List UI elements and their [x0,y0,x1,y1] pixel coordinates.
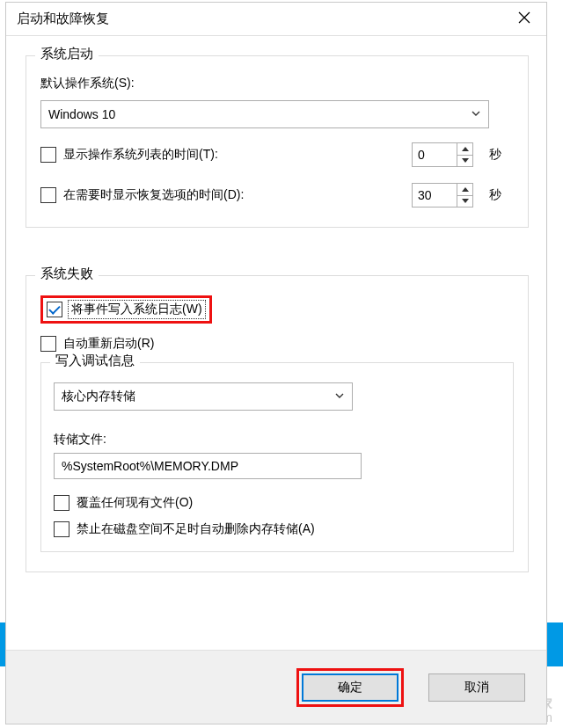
debug-info-legend: 写入调试信息 [50,353,140,369]
disable-autodelete-label: 禁止在磁盘空间不足时自动删除内存转储(A) [77,521,315,537]
cancel-button[interactable]: 取消 [428,673,525,702]
overwrite-checkbox[interactable] [54,495,69,511]
system-startup-legend: 系统启动 [35,46,99,62]
show-os-list-label: 显示操作系统列表的时间(T): [63,147,218,163]
show-recovery-label: 在需要时显示恢复选项的时间(D): [63,187,244,203]
system-startup-group: 系统启动 默认操作系统(S): Windows 10 显示操作系统列表的时间(T… [26,55,529,228]
show-os-list-checkbox[interactable] [40,147,56,163]
spin-up-icon[interactable] [457,184,472,196]
show-recovery-checkbox[interactable] [40,187,56,203]
spin-up-icon[interactable] [457,143,472,156]
default-os-label: 默认操作系统(S): [40,76,135,91]
dump-type-select[interactable]: 核心内存转储 [54,382,353,411]
dump-type-value: 核心内存转储 [62,389,135,404]
system-failure-group: 系统失败 将事件写入系统日志(W) 自动重新启动(R) 写入调试信息 核心内存转… [26,275,529,572]
close-button[interactable] [502,3,546,35]
show-os-list-seconds-input[interactable] [413,143,457,166]
auto-restart-label: 自动重新启动(R) [63,336,154,352]
dump-file-label: 转储文件: [54,432,106,446]
default-os-value: Windows 10 [48,107,115,121]
chevron-down-icon [471,107,481,121]
chevron-down-icon [334,389,345,404]
titlebar: 启动和故障恢复 [6,3,546,36]
close-icon [518,11,530,26]
spin-down-icon[interactable] [457,156,472,167]
dialog-footer: 确定 取消 [6,650,546,724]
write-event-highlight: 将事件写入系统日志(W) [40,295,212,324]
seconds-unit: 秒 [489,187,514,203]
show-recovery-seconds-spinbox[interactable] [412,183,473,207]
disable-autodelete-checkbox[interactable] [54,521,69,537]
ok-button[interactable]: 确定 [302,673,398,702]
seconds-unit: 秒 [489,147,514,163]
startup-recovery-dialog: 启动和故障恢复 系统启动 默认操作系统(S): Windows 10 显示操作系… [5,2,547,724]
spin-down-icon[interactable] [457,196,472,207]
default-os-select[interactable]: Windows 10 [40,100,489,128]
window-title: 启动和故障恢复 [17,11,502,27]
overwrite-label: 覆盖任何现有文件(O) [77,495,193,511]
ok-button-highlight: 确定 [296,668,404,707]
auto-restart-checkbox[interactable] [40,336,56,352]
write-event-checkbox[interactable] [47,302,62,317]
system-failure-legend: 系统失败 [35,266,99,282]
dump-file-input[interactable] [54,453,362,479]
debug-info-group: 写入调试信息 核心内存转储 转储文件: 覆盖任何现有文件(O) [40,362,514,552]
write-event-label: 将事件写入系统日志(W) [68,300,206,319]
show-os-list-seconds-spinbox[interactable] [412,142,473,167]
show-recovery-seconds-input[interactable] [413,184,457,207]
